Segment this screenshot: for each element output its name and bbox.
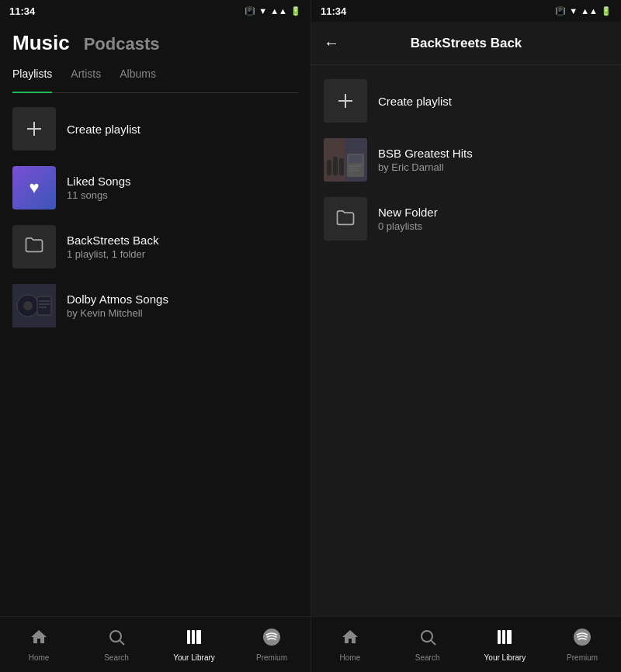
left-status-bar: 11:34 📳 ▼ ▲▲ 🔋 <box>0 0 310 22</box>
nav-library-label-right: Your Library <box>484 653 526 662</box>
right-status-icons: 📳 ▼ ▲▲ 🔋 <box>555 6 612 16</box>
nav-search-label-left: Search <box>104 653 129 662</box>
nav-library-label-left: Your Library <box>173 653 215 662</box>
nav-search-label-right: Search <box>415 653 440 662</box>
library-icon-right <box>495 628 514 651</box>
home-icon-right <box>341 628 359 651</box>
left-panel: 11:34 📳 ▼ ▲▲ 🔋 Music Podcasts Playlists … <box>0 0 310 672</box>
new-folder-title: New Folder <box>378 206 609 219</box>
search-icon-left <box>107 628 126 651</box>
svg-rect-10 <box>192 630 195 644</box>
nav-home-label-left: Home <box>29 653 50 662</box>
bsb-title: BSB Greatest Hits <box>378 147 609 160</box>
svg-rect-26 <box>502 630 505 644</box>
home-icon <box>29 628 48 651</box>
left-bottom-nav: Home Search Your Library <box>0 616 310 672</box>
bsb-item[interactable]: BSB Greatest Hits by Eric Darnall <box>311 130 621 189</box>
nav-search-right[interactable]: Search <box>404 628 451 662</box>
tab-artists[interactable]: Artists <box>71 68 101 86</box>
liked-songs-thumb: ♥ <box>12 166 56 210</box>
nav-premium-left[interactable]: Premium <box>248 628 295 662</box>
bsb-info: BSB Greatest Hits by Eric Darnall <box>378 147 609 173</box>
sub-tabs: Playlists Artists Albums <box>12 68 298 93</box>
new-folder-icon <box>335 206 356 231</box>
right-bottom-nav: Home Search Your Library <box>311 616 621 672</box>
nav-library-right[interactable]: Your Library <box>481 628 528 662</box>
liked-songs-title: Liked Songs <box>67 175 298 188</box>
dolby-title: Dolby Atmos Songs <box>67 293 298 306</box>
svg-rect-25 <box>498 630 501 644</box>
backstreets-title: BackStreets Back <box>67 234 298 247</box>
svg-rect-19 <box>349 155 363 163</box>
svg-rect-11 <box>196 630 201 644</box>
spotify-icon-right <box>573 628 592 651</box>
tab-playlists[interactable]: Playlists <box>12 68 52 93</box>
dolby-thumb <box>12 284 56 327</box>
backstreets-thumb <box>12 225 56 268</box>
liked-songs-subtitle: 11 songs <box>67 189 298 201</box>
right-status-bar: 11:34 📳 ▼ ▲▲ 🔋 <box>311 0 621 22</box>
nav-home-right[interactable]: Home <box>327 628 373 662</box>
right-panel: 11:34 📳 ▼ ▲▲ 🔋 ← BackStreets Back Create… <box>310 0 621 672</box>
right-create-playlist-info: Create playlist <box>378 95 609 108</box>
wifi-icon: ▼ <box>258 6 267 16</box>
new-folder-thumb <box>324 197 367 241</box>
create-playlist-title: Create playlist <box>67 123 298 136</box>
dolby-item[interactable]: Dolby Atmos Songs by Kevin Mitchell <box>0 276 310 335</box>
svg-point-12 <box>263 629 280 646</box>
tab-albums[interactable]: Albums <box>120 68 156 86</box>
nav-search-left[interactable]: Search <box>93 628 140 662</box>
main-tabs: Music Podcasts <box>12 31 298 55</box>
search-icon-right <box>418 628 437 651</box>
spotify-icon-left <box>262 628 281 651</box>
svg-rect-17 <box>339 158 344 175</box>
right-panel-title: BackStreets Back <box>411 36 522 51</box>
backstreets-subtitle: 1 playlist, 1 folder <box>67 248 298 260</box>
new-folder-subtitle: 0 playlists <box>378 220 609 232</box>
svg-point-2 <box>23 301 33 310</box>
create-playlist-info: Create playlist <box>67 123 298 136</box>
tab-podcasts[interactable]: Podcasts <box>84 34 160 54</box>
right-plus-icon <box>335 90 356 112</box>
right-battery-icon: 🔋 <box>601 6 612 16</box>
svg-line-8 <box>120 640 125 645</box>
nav-library-left[interactable]: Your Library <box>171 628 217 662</box>
svg-point-7 <box>110 631 121 642</box>
nav-premium-label-left: Premium <box>256 653 287 662</box>
tab-music[interactable]: Music <box>12 31 70 55</box>
right-vibrate-icon: 📳 <box>555 6 566 16</box>
svg-rect-3 <box>37 296 51 315</box>
svg-rect-15 <box>327 160 331 175</box>
svg-rect-27 <box>507 630 512 644</box>
nav-home-left[interactable]: Home <box>16 628 62 662</box>
backstreets-info: BackStreets Back 1 playlist, 1 folder <box>67 234 298 260</box>
liked-songs-info: Liked Songs 11 songs <box>67 175 298 201</box>
left-status-icons: 📳 ▼ ▲▲ 🔋 <box>245 6 301 16</box>
right-create-playlist-thumb <box>324 79 367 123</box>
library-icon-left <box>185 628 203 651</box>
backstreets-item[interactable]: BackStreets Back 1 playlist, 1 folder <box>0 217 310 276</box>
new-folder-item[interactable]: New Folder 0 playlists <box>311 189 621 248</box>
heart-icon: ♥ <box>29 178 39 198</box>
vibrate-icon: 📳 <box>245 6 255 16</box>
right-header: ← BackStreets Back <box>311 22 621 65</box>
nav-home-label-right: Home <box>340 653 361 662</box>
liked-songs-item[interactable]: ♥ Liked Songs 11 songs <box>0 158 310 217</box>
dolby-subtitle: by Kevin Mitchell <box>67 307 298 319</box>
right-list: Create playlist <box>311 65 621 616</box>
svg-point-28 <box>574 629 591 646</box>
right-create-playlist-item[interactable]: Create playlist <box>311 71 621 130</box>
create-playlist-thumb <box>12 107 56 151</box>
nav-premium-right[interactable]: Premium <box>559 628 605 662</box>
bsb-thumb <box>324 138 367 182</box>
left-header: Music Podcasts Playlists Artists Albums <box>0 22 310 93</box>
folder-icon <box>23 234 45 260</box>
svg-rect-9 <box>187 630 190 644</box>
nav-premium-label-right: Premium <box>567 653 598 662</box>
signal-icon: ▲▲ <box>270 6 287 16</box>
back-button[interactable]: ← <box>324 34 339 52</box>
right-status-time: 11:34 <box>321 5 346 17</box>
left-list: Create playlist ♥ Liked Songs 11 songs <box>0 93 310 616</box>
create-playlist-item[interactable]: Create playlist <box>0 99 310 158</box>
plus-icon <box>23 118 45 140</box>
